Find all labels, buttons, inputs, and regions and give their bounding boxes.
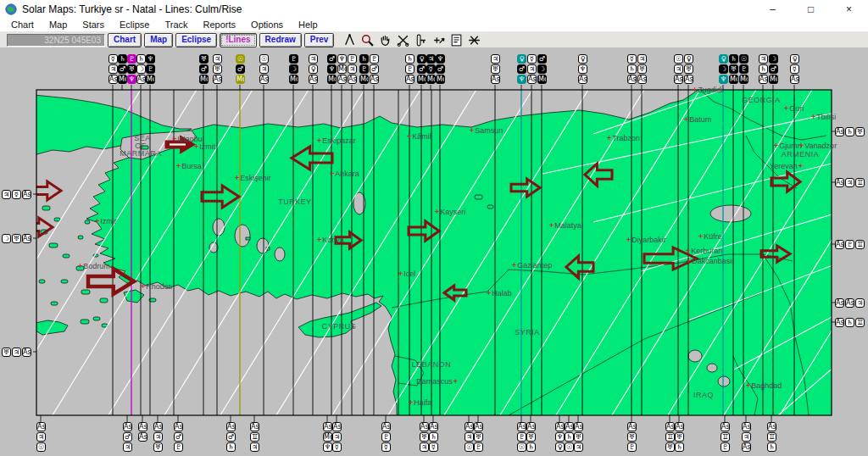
astro-glyph-mc: Mc — [146, 75, 155, 84]
astro-glyph-as: As — [309, 75, 318, 84]
line-label-top: ♀♂♆ — [517, 54, 527, 85]
toolbar-button-redraw[interactable]: Redraw — [259, 33, 302, 47]
astro-glyph-as: As — [637, 75, 647, 84]
region-label-georgia: GEORGIA — [742, 97, 781, 104]
astro-glyph-as: As — [674, 75, 683, 84]
menu-item-options[interactable]: Options — [243, 19, 291, 30]
city-marker: + — [398, 270, 403, 278]
astro-glyph-planet: ♆ — [327, 64, 337, 74]
pan-hand-icon[interactable] — [376, 31, 394, 48]
titlebar: Solar Maps: Turkiye sr - Natal - Lines: … — [0, 0, 868, 18]
astro-glyph-planet: ♅ — [420, 432, 429, 442]
city-marker: + — [176, 162, 181, 170]
astro-glyph-as: As — [332, 422, 342, 431]
astro-glyph-as: As — [684, 75, 693, 84]
menu-item-stars[interactable]: Stars — [75, 19, 112, 30]
city-marker: + — [317, 136, 321, 145]
astro-glyph-mc: Mc — [289, 75, 298, 84]
astro-glyph-as: As — [465, 422, 474, 431]
astro-glyph-mc: Mc — [417, 75, 426, 84]
astro-glyph-planet: ♄ — [565, 432, 574, 442]
jack-star-icon[interactable] — [465, 31, 483, 48]
line-label-top: ♀♅As — [684, 54, 694, 85]
menu-item-map[interactable]: Map — [42, 19, 75, 30]
astro-glyph-planet: ☉ — [236, 54, 245, 64]
restore-button[interactable]: □ — [792, 0, 830, 18]
line-label-top: ☉♃As — [259, 54, 270, 85]
menu-item-reports[interactable]: Reports — [196, 19, 244, 30]
report-page-icon[interactable] — [448, 31, 465, 48]
city-marker: + — [487, 289, 491, 298]
zoom-icon[interactable] — [359, 31, 376, 48]
city-name: Ankara — [335, 170, 359, 178]
toolbar-button-lines[interactable]: !Lines — [220, 33, 256, 47]
astro-glyph-planet: ♅ — [665, 442, 675, 452]
city-marker: + — [626, 236, 631, 244]
astro-glyph-planet: ♊ — [250, 432, 259, 442]
menu-item-chart[interactable]: Chart — [3, 19, 42, 30]
line-label-top: ♃♅As — [637, 54, 648, 85]
toolbar-button-eclipse[interactable]: Eclipse — [175, 33, 217, 47]
line-label-top: ♂♆Mc — [327, 54, 337, 85]
astro-glyph-planet: ♀ — [790, 54, 799, 64]
menu-item-help[interactable]: Help — [291, 19, 326, 30]
astro-glyph-planet: ♃ — [12, 348, 21, 357]
city-marker: + — [172, 135, 176, 143]
astro-glyph-as: As — [627, 422, 637, 431]
astro-glyph-as: As — [527, 75, 537, 84]
astro-glyph-as: As — [153, 422, 163, 431]
menu-item-track[interactable]: Track — [157, 19, 195, 30]
city-marker: + — [811, 113, 815, 121]
city-label-kerburan: +Kerburan — [686, 247, 722, 255]
compass-icon[interactable] — [341, 31, 359, 48]
minimize-button[interactable]: – — [754, 0, 792, 18]
astro-glyph-planet: ☿ — [108, 54, 118, 64]
astro-glyph-planet: ♄ — [729, 54, 738, 64]
city-name: Halab — [492, 289, 512, 298]
line-label-right: As♄♅ — [835, 127, 865, 137]
line-label-top: ♆♂Mc — [436, 54, 446, 85]
astro-glyph-as: As — [790, 75, 799, 84]
city-name: Gjumri — [779, 142, 802, 150]
astro-glyph-planet: ♃ — [574, 442, 583, 452]
door-key-icon[interactable] — [412, 31, 430, 48]
region-label-cyprus: CYPRUS — [322, 323, 357, 331]
astro-glyph-planet: ☉ — [259, 54, 269, 64]
line-label-top: ♆♇Mc — [146, 54, 156, 85]
astro-glyph-as: As — [759, 75, 768, 84]
astro-glyph-planet: ♄ — [359, 54, 369, 64]
line-label-bottom: As♅♇ — [474, 422, 484, 453]
menu-item-eclipse[interactable]: Eclipse — [112, 19, 157, 30]
city-name: Gori — [789, 104, 804, 113]
locate-point-icon[interactable] — [430, 31, 448, 48]
line-label-left: ♃☿As — [2, 190, 32, 200]
city-name: Küfre — [704, 232, 722, 241]
scissors-icon[interactable] — [394, 31, 412, 48]
astro-glyph-as: As — [405, 75, 415, 84]
line-label-bottom: As♅♃ — [574, 422, 584, 453]
astro-glyph-planet: ♅ — [627, 432, 637, 442]
toolbar-button-prev[interactable]: Prev — [304, 33, 335, 47]
city-label-gaziantep: +Gaziantep — [512, 261, 552, 270]
toolbar-button-map[interactable]: Map — [144, 33, 173, 47]
toolbar-button-chart[interactable]: Chart — [108, 33, 142, 47]
region-label-syria: SYRIA — [515, 329, 540, 336]
city-marker: + — [435, 208, 439, 216]
astro-glyph-as: As — [555, 422, 565, 431]
astro-glyph-planet: ♂ — [174, 432, 183, 442]
line-label-top: ♇♂As — [370, 54, 380, 85]
astro-glyph-as: As — [22, 190, 31, 199]
astro-glyph-as: As — [517, 422, 526, 431]
astro-glyph-planet: ♆ — [146, 54, 155, 64]
astro-glyph-planet: ☉ — [517, 442, 526, 452]
astro-glyph-planet: ☿ — [527, 54, 537, 64]
city-label-rhodes: +Rhodes — [141, 282, 172, 291]
close-button[interactable]: × — [830, 0, 868, 18]
city-label-diyarbakir: +Diyarbakir — [626, 236, 666, 244]
astro-glyph-as: As — [665, 422, 675, 431]
city-marker: + — [687, 257, 691, 265]
region-label-turkey: TURKEY — [278, 198, 312, 206]
astro-glyph-planet: ☽ — [719, 64, 728, 74]
city-marker: + — [141, 282, 145, 291]
astro-glyph-as: As — [22, 348, 31, 357]
